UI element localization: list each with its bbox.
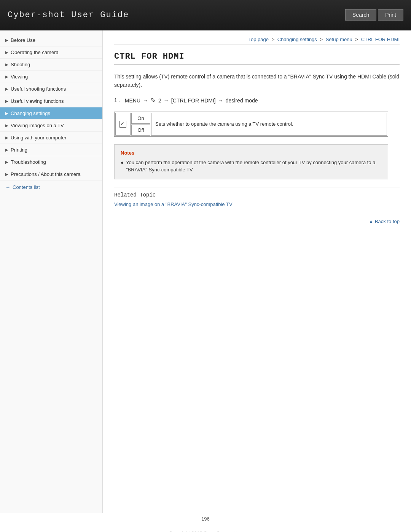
- arrow-icon: ▶: [5, 172, 8, 176]
- sidebar-item-label: Precautions / About this camera: [11, 171, 81, 177]
- content-area: Top page > Changing settings > Setup men…: [103, 30, 411, 513]
- back-to-top: ▲ Back to top: [114, 215, 400, 224]
- sidebar-item-shooting[interactable]: ▶ Shooting: [0, 59, 102, 71]
- related-section: Related Topic Viewing an image on a "BRA…: [114, 187, 400, 207]
- sidebar-item-changing-settings[interactable]: ▶ Changing settings: [0, 107, 102, 120]
- body-text: This setting allows (TV) remote control …: [114, 72, 400, 89]
- arrow-icon: ▶: [5, 38, 8, 42]
- breadcrumb-sep-2: >: [320, 37, 324, 42]
- sidebar-item-viewing[interactable]: ▶ Viewing: [0, 71, 102, 83]
- back-to-top-link[interactable]: ▲ Back to top: [368, 219, 400, 224]
- header-buttons: Search Print: [345, 9, 403, 21]
- arrow-icon: ▶: [5, 123, 8, 128]
- sidebar-item-label: Viewing images on a TV: [11, 123, 64, 128]
- settings-description: Sets whether to operate the camera using…: [151, 113, 387, 136]
- sidebar-item-label: Operating the camera: [11, 50, 59, 55]
- notes-title: Notes: [121, 150, 382, 156]
- sidebar-item-label: Useful viewing functions: [11, 98, 64, 104]
- page-title: CTRL FOR HDMI: [114, 52, 400, 65]
- checkbox-icon: [119, 121, 126, 128]
- sidebar-item-label: Using with your computer: [11, 135, 67, 141]
- page-header: Cyber-shot User Guide Search Print: [0, 0, 411, 30]
- sidebar-item-label: Useful shooting functions: [11, 86, 66, 92]
- print-button[interactable]: Print: [378, 9, 403, 21]
- notes-item-0: You can perform the operation of the cam…: [121, 159, 382, 174]
- page-footer: Copyright 2013 Sony Corporation: [0, 525, 411, 532]
- sidebar-item-label: Viewing: [11, 74, 28, 80]
- contents-list-label: Contents list: [13, 184, 40, 190]
- arrow-icon: ▶: [5, 148, 8, 152]
- on-label-cell: On: [131, 113, 150, 124]
- sidebar-item-precautions[interactable]: ▶ Precautions / About this camera: [0, 168, 102, 181]
- check-cell: [115, 113, 131, 136]
- related-link[interactable]: Viewing an image on a "BRAVIA" Sync-comp…: [114, 201, 233, 207]
- sidebar-item-printing[interactable]: ▶ Printing: [0, 144, 102, 156]
- settings-row-on: On Sets whether to operate the camera us…: [115, 113, 387, 124]
- breadcrumb-sep-3: >: [355, 37, 359, 42]
- settings-table: On Sets whether to operate the camera us…: [114, 112, 388, 137]
- breadcrumb-sep-1: >: [272, 37, 276, 42]
- page-number: 196: [0, 513, 411, 525]
- step-arrow3: →: [218, 97, 223, 104]
- sidebar-item-useful-viewing[interactable]: ▶ Useful viewing functions: [0, 95, 102, 107]
- step-num2: 2: [158, 97, 161, 104]
- step-ctrl: [CTRL FOR HDMI]: [171, 97, 216, 104]
- sidebar-item-label: Changing settings: [11, 110, 50, 116]
- related-title: Related Topic: [114, 192, 400, 198]
- sidebar-item-label: Before Use: [11, 37, 35, 43]
- arrow-icon: ▶: [5, 87, 8, 91]
- sidebar: ▶ Before Use ▶ Operating the camera ▶ Sh…: [0, 30, 103, 513]
- arrow-icon: ▶: [5, 160, 8, 164]
- breadcrumb-setup[interactable]: Setup menu: [326, 37, 352, 42]
- arrow-icon: ▶: [5, 136, 8, 140]
- sidebar-item-operating-camera[interactable]: ▶ Operating the camera: [0, 46, 102, 59]
- main-layout: ▶ Before Use ▶ Operating the camera ▶ Sh…: [0, 30, 411, 513]
- sidebar-item-useful-shooting[interactable]: ▶ Useful shooting functions: [0, 83, 102, 95]
- notes-box: Notes You can perform the operation of t…: [114, 144, 388, 179]
- off-label-cell: Off: [131, 125, 150, 136]
- step-menu: MENU: [125, 97, 140, 104]
- off-label: Off: [137, 127, 144, 133]
- arrow-icon: ▶: [5, 111, 8, 115]
- arrow-icon: ▶: [5, 62, 8, 67]
- breadcrumb-changing[interactable]: Changing settings: [277, 37, 317, 42]
- sidebar-item-label: Shooting: [11, 62, 30, 67]
- sidebar-item-before-use[interactable]: ▶ Before Use: [0, 34, 102, 46]
- contents-list-link[interactable]: → Contents list: [0, 181, 102, 194]
- copyright-text: Copyright 2013 Sony Corporation: [169, 530, 242, 532]
- breadcrumb-current: CTRL FOR HDMI: [361, 37, 400, 42]
- breadcrumb: Top page > Changing settings > Setup men…: [114, 37, 400, 45]
- step-line: 1． MENU → ✎ 2 → [CTRL FOR HDMI] → desire…: [114, 96, 400, 105]
- app-title: Cyber-shot User Guide: [8, 10, 129, 20]
- sidebar-item-label: Printing: [11, 147, 27, 153]
- step-mode: desired mode: [226, 97, 258, 104]
- arrow-icon: ▶: [5, 99, 8, 103]
- step-arrow2: →: [164, 97, 169, 104]
- on-label: On: [137, 115, 144, 121]
- sidebar-item-using-computer[interactable]: ▶ Using with your computer: [0, 132, 102, 144]
- breadcrumb-top[interactable]: Top page: [248, 37, 269, 42]
- step-arrow1: →: [143, 97, 148, 104]
- sidebar-item-troubleshooting[interactable]: ▶ Troubleshooting: [0, 156, 102, 168]
- search-button[interactable]: Search: [345, 9, 376, 21]
- step-number: 1．: [114, 97, 123, 104]
- arrow-icon: ▶: [5, 75, 8, 79]
- sidebar-item-label: Troubleshooting: [11, 159, 46, 165]
- settings-icon: ✎: [150, 96, 156, 105]
- arrow-icon: ▶: [5, 50, 8, 54]
- sidebar-item-viewing-images-tv[interactable]: ▶ Viewing images on a TV: [0, 120, 102, 132]
- arrow-right-icon: →: [5, 184, 10, 190]
